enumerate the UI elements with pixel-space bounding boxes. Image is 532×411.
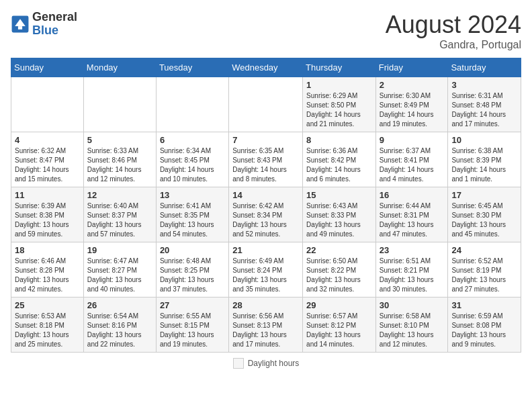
weekday-header: Friday [375, 58, 448, 77]
day-number: 30 [380, 300, 445, 310]
day-number: 3 [451, 80, 517, 90]
day-number: 24 [451, 245, 517, 255]
day-info: Sunrise: 6:53 AM Sunset: 8:18 PM Dayligh… [15, 312, 80, 349]
calendar-cell: 12Sunrise: 6:40 AM Sunset: 8:37 PM Dayli… [83, 187, 156, 242]
weekday-header: Thursday [303, 58, 376, 77]
legend: Daylight hours [11, 358, 521, 369]
day-number: 15 [306, 190, 372, 200]
day-info: Sunrise: 6:57 AM Sunset: 8:12 PM Dayligh… [306, 312, 372, 349]
calendar-cell: 30Sunrise: 6:58 AM Sunset: 8:10 PM Dayli… [375, 298, 448, 353]
day-number: 4 [15, 135, 80, 145]
day-number: 23 [380, 245, 445, 255]
day-info: Sunrise: 6:31 AM Sunset: 8:48 PM Dayligh… [451, 91, 517, 129]
day-info: Sunrise: 6:45 AM Sunset: 8:30 PM Dayligh… [451, 201, 517, 239]
calendar-cell: 1Sunrise: 6:29 AM Sunset: 8:50 PM Daylig… [303, 77, 376, 132]
day-info: Sunrise: 6:30 AM Sunset: 8:49 PM Dayligh… [380, 91, 445, 129]
day-number: 13 [160, 190, 225, 200]
day-info: Sunrise: 6:37 AM Sunset: 8:41 PM Dayligh… [380, 146, 445, 184]
day-number: 6 [160, 135, 225, 145]
week-row: 1Sunrise: 6:29 AM Sunset: 8:50 PM Daylig… [11, 77, 521, 132]
day-info: Sunrise: 6:42 AM Sunset: 8:34 PM Dayligh… [232, 201, 299, 239]
calendar-cell: 8Sunrise: 6:36 AM Sunset: 8:42 PM Daylig… [303, 132, 376, 187]
day-number: 2 [380, 80, 445, 90]
day-info: Sunrise: 6:32 AM Sunset: 8:47 PM Dayligh… [15, 146, 80, 184]
calendar-cell: 28Sunrise: 6:56 AM Sunset: 8:13 PM Dayli… [229, 298, 303, 353]
calendar-cell: 3Sunrise: 6:31 AM Sunset: 8:48 PM Daylig… [448, 77, 521, 132]
legend-label: Daylight hours [248, 359, 300, 368]
day-number: 21 [232, 245, 299, 255]
day-info: Sunrise: 6:46 AM Sunset: 8:28 PM Dayligh… [15, 257, 80, 294]
day-info: Sunrise: 6:55 AM Sunset: 8:15 PM Dayligh… [160, 312, 225, 349]
day-number: 25 [15, 300, 80, 310]
weekday-header: Monday [83, 58, 156, 77]
calendar-cell: 24Sunrise: 6:52 AM Sunset: 8:19 PM Dayli… [448, 242, 521, 298]
day-number: 29 [306, 300, 372, 310]
week-row: 11Sunrise: 6:39 AM Sunset: 8:38 PM Dayli… [11, 187, 521, 242]
day-info: Sunrise: 6:36 AM Sunset: 8:42 PM Dayligh… [306, 146, 372, 184]
logo: General Blue [11, 11, 77, 38]
location: Gandra, Portugal [386, 39, 521, 51]
calendar-cell: 7Sunrise: 6:35 AM Sunset: 8:43 PM Daylig… [229, 132, 303, 187]
svg-rect-2 [18, 26, 22, 30]
day-info: Sunrise: 6:39 AM Sunset: 8:38 PM Dayligh… [15, 201, 80, 239]
calendar-cell: 9Sunrise: 6:37 AM Sunset: 8:41 PM Daylig… [375, 132, 448, 187]
day-number: 10 [451, 135, 517, 145]
calendar-cell: 15Sunrise: 6:43 AM Sunset: 8:33 PM Dayli… [303, 187, 376, 242]
day-info: Sunrise: 6:48 AM Sunset: 8:25 PM Dayligh… [160, 257, 225, 294]
weekday-header: Tuesday [156, 58, 228, 77]
calendar-cell: 17Sunrise: 6:45 AM Sunset: 8:30 PM Dayli… [448, 187, 521, 242]
day-number: 26 [87, 300, 152, 310]
day-number: 28 [232, 300, 299, 310]
calendar-cell: 18Sunrise: 6:46 AM Sunset: 8:28 PM Dayli… [11, 242, 84, 298]
week-row: 18Sunrise: 6:46 AM Sunset: 8:28 PM Dayli… [11, 242, 521, 298]
day-info: Sunrise: 6:51 AM Sunset: 8:21 PM Dayligh… [380, 257, 445, 294]
title-block: August 2024 Gandra, Portugal [386, 11, 521, 51]
day-info: Sunrise: 6:38 AM Sunset: 8:39 PM Dayligh… [451, 146, 517, 184]
day-number: 27 [160, 300, 225, 310]
weekday-header: Saturday [448, 58, 521, 77]
day-number: 20 [160, 245, 225, 255]
day-number: 9 [380, 135, 445, 145]
day-info: Sunrise: 6:29 AM Sunset: 8:50 PM Dayligh… [306, 91, 372, 129]
day-info: Sunrise: 6:56 AM Sunset: 8:13 PM Dayligh… [232, 312, 299, 349]
day-info: Sunrise: 6:52 AM Sunset: 8:19 PM Dayligh… [451, 257, 517, 294]
calendar-cell [83, 77, 156, 132]
calendar-cell: 29Sunrise: 6:57 AM Sunset: 8:12 PM Dayli… [303, 298, 376, 353]
day-info: Sunrise: 6:40 AM Sunset: 8:37 PM Dayligh… [87, 201, 152, 239]
weekday-header: Sunday [11, 58, 84, 77]
day-info: Sunrise: 6:41 AM Sunset: 8:35 PM Dayligh… [160, 201, 225, 239]
day-number: 22 [306, 245, 372, 255]
day-number: 12 [87, 190, 152, 200]
calendar-cell: 19Sunrise: 6:47 AM Sunset: 8:27 PM Dayli… [83, 242, 156, 298]
day-number: 16 [380, 190, 445, 200]
day-info: Sunrise: 6:54 AM Sunset: 8:16 PM Dayligh… [87, 312, 152, 349]
page-header: General Blue August 2024 Gandra, Portuga… [11, 11, 521, 51]
logo-icon [11, 15, 30, 34]
calendar-cell: 26Sunrise: 6:54 AM Sunset: 8:16 PM Dayli… [83, 298, 156, 353]
day-info: Sunrise: 6:50 AM Sunset: 8:22 PM Dayligh… [306, 257, 372, 294]
calendar-cell [156, 77, 228, 132]
calendar-table: SundayMondayTuesdayWednesdayThursdayFrid… [11, 58, 521, 353]
logo-general: General [32, 10, 77, 24]
calendar-cell [11, 77, 84, 132]
calendar-cell: 4Sunrise: 6:32 AM Sunset: 8:47 PM Daylig… [11, 132, 84, 187]
calendar-cell: 22Sunrise: 6:50 AM Sunset: 8:22 PM Dayli… [303, 242, 376, 298]
legend-box [233, 358, 244, 369]
day-number: 7 [232, 135, 299, 145]
calendar-cell: 5Sunrise: 6:33 AM Sunset: 8:46 PM Daylig… [83, 132, 156, 187]
day-info: Sunrise: 6:44 AM Sunset: 8:31 PM Dayligh… [380, 201, 445, 239]
calendar-body: 1Sunrise: 6:29 AM Sunset: 8:50 PM Daylig… [11, 77, 521, 353]
month-year: August 2024 [386, 11, 521, 39]
logo-text: General Blue [32, 11, 77, 38]
day-number: 14 [232, 190, 299, 200]
day-number: 31 [451, 300, 517, 310]
day-info: Sunrise: 6:58 AM Sunset: 8:10 PM Dayligh… [380, 312, 445, 349]
day-info: Sunrise: 6:34 AM Sunset: 8:45 PM Dayligh… [160, 146, 225, 184]
day-info: Sunrise: 6:35 AM Sunset: 8:43 PM Dayligh… [232, 146, 299, 184]
day-number: 18 [15, 245, 80, 255]
calendar-cell: 20Sunrise: 6:48 AM Sunset: 8:25 PM Dayli… [156, 242, 228, 298]
day-info: Sunrise: 6:33 AM Sunset: 8:46 PM Dayligh… [87, 146, 152, 184]
calendar-cell: 14Sunrise: 6:42 AM Sunset: 8:34 PM Dayli… [229, 187, 303, 242]
day-number: 8 [306, 135, 372, 145]
calendar-cell: 16Sunrise: 6:44 AM Sunset: 8:31 PM Dayli… [375, 187, 448, 242]
